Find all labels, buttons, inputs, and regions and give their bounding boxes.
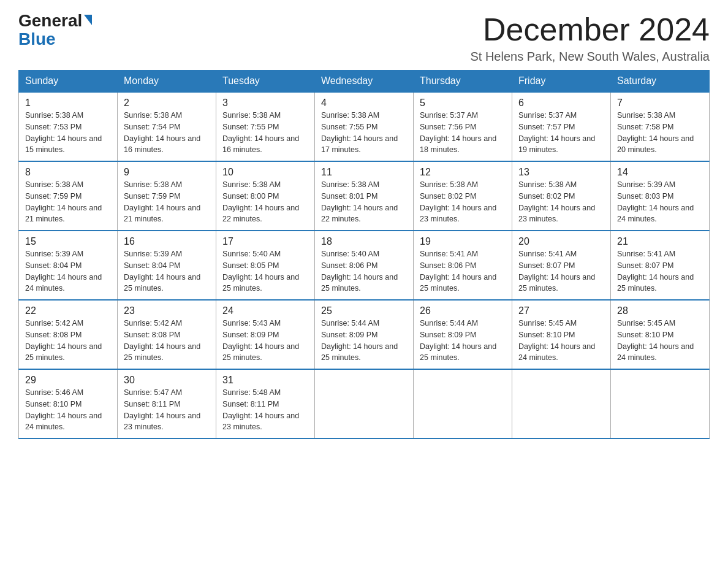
- calendar-cell: 22 Sunrise: 5:42 AM Sunset: 8:08 PM Dayl…: [19, 300, 118, 369]
- day-number: 18: [321, 236, 407, 247]
- day-number: 17: [222, 236, 308, 247]
- day-info: Sunrise: 5:43 AM Sunset: 8:09 PM Dayligh…: [222, 318, 308, 364]
- day-info: Sunrise: 5:37 AM Sunset: 7:56 PM Dayligh…: [420, 110, 506, 156]
- day-number: 26: [420, 305, 506, 316]
- calendar-cell: 19 Sunrise: 5:41 AM Sunset: 8:06 PM Dayl…: [414, 231, 512, 300]
- day-info: Sunrise: 5:46 AM Sunset: 8:10 PM Dayligh…: [25, 387, 111, 433]
- calendar-cell: 1 Sunrise: 5:38 AM Sunset: 7:53 PM Dayli…: [19, 92, 118, 161]
- calendar-cell: [611, 369, 710, 439]
- weekday-header-monday: Monday: [118, 71, 216, 93]
- day-number: 5: [420, 98, 506, 109]
- calendar-cell: 20 Sunrise: 5:41 AM Sunset: 8:07 PM Dayl…: [512, 231, 611, 300]
- day-info: Sunrise: 5:38 AM Sunset: 7:55 PM Dayligh…: [222, 110, 308, 156]
- logo-line1: General: [18, 12, 92, 29]
- day-number: 10: [222, 167, 308, 178]
- day-number: 11: [321, 167, 407, 178]
- calendar-week-row: 29 Sunrise: 5:46 AM Sunset: 8:10 PM Dayl…: [19, 369, 710, 439]
- day-info: Sunrise: 5:38 AM Sunset: 7:54 PM Dayligh…: [124, 110, 210, 156]
- calendar-cell: 15 Sunrise: 5:39 AM Sunset: 8:04 PM Dayl…: [19, 231, 118, 300]
- day-number: 6: [518, 98, 604, 109]
- day-number: 30: [124, 375, 210, 386]
- day-number: 8: [25, 167, 111, 178]
- calendar-cell: 28 Sunrise: 5:45 AM Sunset: 8:10 PM Dayl…: [611, 300, 710, 369]
- day-number: 13: [518, 167, 604, 178]
- calendar-cell: 9 Sunrise: 5:38 AM Sunset: 7:59 PM Dayli…: [118, 161, 216, 231]
- calendar-cell: 7 Sunrise: 5:38 AM Sunset: 7:58 PM Dayli…: [611, 92, 710, 161]
- day-info: Sunrise: 5:48 AM Sunset: 8:11 PM Dayligh…: [222, 387, 308, 433]
- calendar-cell: 21 Sunrise: 5:41 AM Sunset: 8:07 PM Dayl…: [611, 231, 710, 300]
- calendar-cell: 13 Sunrise: 5:38 AM Sunset: 8:02 PM Dayl…: [512, 161, 611, 231]
- day-info: Sunrise: 5:40 AM Sunset: 8:06 PM Dayligh…: [321, 248, 407, 294]
- logo-line2: Blue: [18, 31, 56, 48]
- day-info: Sunrise: 5:38 AM Sunset: 8:01 PM Dayligh…: [321, 179, 407, 225]
- day-info: Sunrise: 5:38 AM Sunset: 8:02 PM Dayligh…: [518, 179, 604, 225]
- day-number: 3: [222, 98, 308, 109]
- calendar-cell: [512, 369, 611, 439]
- day-number: 23: [124, 305, 210, 316]
- calendar-cell: 6 Sunrise: 5:37 AM Sunset: 7:57 PM Dayli…: [512, 92, 611, 161]
- calendar-cell: 12 Sunrise: 5:38 AM Sunset: 8:02 PM Dayl…: [414, 161, 512, 231]
- calendar-cell: [414, 369, 512, 439]
- calendar-cell: 31 Sunrise: 5:48 AM Sunset: 8:11 PM Dayl…: [216, 369, 315, 439]
- calendar-table: SundayMondayTuesdayWednesdayThursdayFrid…: [18, 70, 710, 439]
- day-info: Sunrise: 5:38 AM Sunset: 8:02 PM Dayligh…: [420, 179, 506, 225]
- day-number: 24: [222, 305, 308, 316]
- calendar-cell: 29 Sunrise: 5:46 AM Sunset: 8:10 PM Dayl…: [19, 369, 118, 439]
- calendar-cell: 8 Sunrise: 5:38 AM Sunset: 7:59 PM Dayli…: [19, 161, 118, 231]
- weekday-header-row: SundayMondayTuesdayWednesdayThursdayFrid…: [19, 71, 710, 93]
- day-info: Sunrise: 5:39 AM Sunset: 8:04 PM Dayligh…: [25, 248, 111, 294]
- calendar-cell: 14 Sunrise: 5:39 AM Sunset: 8:03 PM Dayl…: [611, 161, 710, 231]
- title-area: December 2024 St Helens Park, New South …: [470, 12, 710, 64]
- day-number: 27: [518, 305, 604, 316]
- day-info: Sunrise: 5:42 AM Sunset: 8:08 PM Dayligh…: [25, 318, 111, 364]
- weekday-header-wednesday: Wednesday: [315, 71, 414, 93]
- day-number: 21: [617, 236, 703, 247]
- day-info: Sunrise: 5:38 AM Sunset: 7:59 PM Dayligh…: [25, 179, 111, 225]
- day-info: Sunrise: 5:41 AM Sunset: 8:07 PM Dayligh…: [518, 248, 604, 294]
- day-info: Sunrise: 5:37 AM Sunset: 7:57 PM Dayligh…: [518, 110, 604, 156]
- calendar-cell: 24 Sunrise: 5:43 AM Sunset: 8:09 PM Dayl…: [216, 300, 315, 369]
- day-number: 15: [25, 236, 111, 247]
- page-header: General Blue December 2024 St Helens Par…: [18, 12, 710, 64]
- day-number: 14: [617, 167, 703, 178]
- day-info: Sunrise: 5:45 AM Sunset: 8:10 PM Dayligh…: [617, 318, 703, 364]
- calendar-cell: 25 Sunrise: 5:44 AM Sunset: 8:09 PM Dayl…: [315, 300, 414, 369]
- day-number: 9: [124, 167, 210, 178]
- day-info: Sunrise: 5:38 AM Sunset: 7:55 PM Dayligh…: [321, 110, 407, 156]
- calendar-week-row: 8 Sunrise: 5:38 AM Sunset: 7:59 PM Dayli…: [19, 161, 710, 231]
- day-info: Sunrise: 5:38 AM Sunset: 7:58 PM Dayligh…: [617, 110, 703, 156]
- day-info: Sunrise: 5:45 AM Sunset: 8:10 PM Dayligh…: [518, 318, 604, 364]
- day-info: Sunrise: 5:39 AM Sunset: 8:03 PM Dayligh…: [617, 179, 703, 225]
- weekday-header-friday: Friday: [512, 71, 611, 93]
- day-number: 29: [25, 375, 111, 386]
- weekday-header-saturday: Saturday: [611, 71, 710, 93]
- location-subtitle: St Helens Park, New South Wales, Austral…: [470, 50, 710, 64]
- day-number: 31: [222, 375, 308, 386]
- day-number: 7: [617, 98, 703, 109]
- calendar-cell: 10 Sunrise: 5:38 AM Sunset: 8:00 PM Dayl…: [216, 161, 315, 231]
- calendar-cell: 11 Sunrise: 5:38 AM Sunset: 8:01 PM Dayl…: [315, 161, 414, 231]
- calendar-cell: 27 Sunrise: 5:45 AM Sunset: 8:10 PM Dayl…: [512, 300, 611, 369]
- weekday-header-tuesday: Tuesday: [216, 71, 315, 93]
- calendar-week-row: 1 Sunrise: 5:38 AM Sunset: 7:53 PM Dayli…: [19, 92, 710, 161]
- calendar-cell: 3 Sunrise: 5:38 AM Sunset: 7:55 PM Dayli…: [216, 92, 315, 161]
- weekday-header-sunday: Sunday: [19, 71, 118, 93]
- day-info: Sunrise: 5:44 AM Sunset: 8:09 PM Dayligh…: [420, 318, 506, 364]
- calendar-cell: 4 Sunrise: 5:38 AM Sunset: 7:55 PM Dayli…: [315, 92, 414, 161]
- day-info: Sunrise: 5:44 AM Sunset: 8:09 PM Dayligh…: [321, 318, 407, 364]
- day-info: Sunrise: 5:41 AM Sunset: 8:06 PM Dayligh…: [420, 248, 506, 294]
- calendar-cell: 30 Sunrise: 5:47 AM Sunset: 8:11 PM Dayl…: [118, 369, 216, 439]
- day-info: Sunrise: 5:41 AM Sunset: 8:07 PM Dayligh…: [617, 248, 703, 294]
- calendar-week-row: 15 Sunrise: 5:39 AM Sunset: 8:04 PM Dayl…: [19, 231, 710, 300]
- day-number: 1: [25, 98, 111, 109]
- day-number: 12: [420, 167, 506, 178]
- day-info: Sunrise: 5:47 AM Sunset: 8:11 PM Dayligh…: [124, 387, 210, 433]
- month-year-title: December 2024: [470, 12, 710, 47]
- logo: General Blue: [18, 12, 92, 48]
- calendar-cell: 23 Sunrise: 5:42 AM Sunset: 8:08 PM Dayl…: [118, 300, 216, 369]
- day-info: Sunrise: 5:39 AM Sunset: 8:04 PM Dayligh…: [124, 248, 210, 294]
- calendar-cell: 17 Sunrise: 5:40 AM Sunset: 8:05 PM Dayl…: [216, 231, 315, 300]
- calendar-cell: 2 Sunrise: 5:38 AM Sunset: 7:54 PM Dayli…: [118, 92, 216, 161]
- day-info: Sunrise: 5:42 AM Sunset: 8:08 PM Dayligh…: [124, 318, 210, 364]
- day-number: 19: [420, 236, 506, 247]
